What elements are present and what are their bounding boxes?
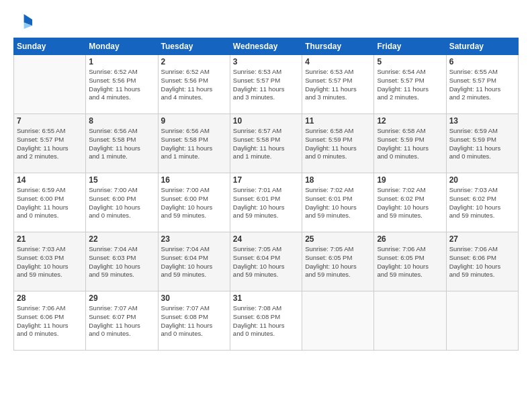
- day-number: 26: [377, 234, 443, 244]
- calendar-cell: 18Sunrise: 7:02 AM Sunset: 6:01 PM Dayli…: [302, 173, 374, 232]
- calendar-week-row: 1Sunrise: 6:52 AM Sunset: 5:56 PM Daylig…: [14, 55, 519, 114]
- cell-info: Sunrise: 7:00 AM Sunset: 6:00 PM Dayligh…: [161, 186, 227, 220]
- cell-info: Sunrise: 6:56 AM Sunset: 5:58 PM Dayligh…: [161, 127, 227, 161]
- day-number: 15: [89, 175, 154, 185]
- calendar-cell: 14Sunrise: 6:59 AM Sunset: 6:00 PM Dayli…: [14, 173, 86, 232]
- logo-icon: [13, 12, 32, 31]
- day-number: 11: [305, 116, 371, 126]
- day-number: 24: [233, 234, 299, 244]
- cell-info: Sunrise: 6:52 AM Sunset: 5:56 PM Dayligh…: [161, 68, 227, 102]
- calendar-cell: 3Sunrise: 6:53 AM Sunset: 5:57 PM Daylig…: [230, 55, 302, 114]
- page: SundayMondayTuesdayWednesdayThursdayFrid…: [0, 0, 532, 411]
- cell-info: Sunrise: 7:06 AM Sunset: 6:06 PM Dayligh…: [17, 304, 83, 338]
- calendar-cell: 2Sunrise: 6:52 AM Sunset: 5:56 PM Daylig…: [158, 55, 230, 114]
- calendar-header-thursday: Thursday: [302, 38, 374, 55]
- calendar-header-friday: Friday: [374, 38, 446, 55]
- cell-info: Sunrise: 7:02 AM Sunset: 6:01 PM Dayligh…: [305, 186, 371, 220]
- day-number: 22: [89, 234, 154, 244]
- day-number: 29: [89, 293, 154, 303]
- cell-info: Sunrise: 7:01 AM Sunset: 6:01 PM Dayligh…: [233, 186, 299, 220]
- cell-info: Sunrise: 6:59 AM Sunset: 6:00 PM Dayligh…: [17, 186, 83, 220]
- day-number: 14: [17, 175, 83, 185]
- calendar-cell: [14, 55, 86, 114]
- calendar-cell: 27Sunrise: 7:06 AM Sunset: 6:06 PM Dayli…: [446, 232, 518, 291]
- cell-info: Sunrise: 7:04 AM Sunset: 6:03 PM Dayligh…: [89, 245, 154, 279]
- calendar-header-monday: Monday: [86, 38, 158, 55]
- calendar-week-row: 7Sunrise: 6:55 AM Sunset: 5:57 PM Daylig…: [14, 114, 519, 173]
- calendar-week-row: 14Sunrise: 6:59 AM Sunset: 6:00 PM Dayli…: [14, 173, 519, 232]
- day-number: 28: [17, 293, 83, 303]
- calendar-cell: 15Sunrise: 7:00 AM Sunset: 6:00 PM Dayli…: [86, 173, 158, 232]
- cell-info: Sunrise: 6:59 AM Sunset: 5:59 PM Dayligh…: [449, 127, 515, 161]
- cell-info: Sunrise: 7:03 AM Sunset: 6:02 PM Dayligh…: [449, 186, 515, 220]
- day-number: 8: [89, 116, 154, 126]
- day-number: 6: [449, 57, 515, 66]
- calendar-cell: 23Sunrise: 7:04 AM Sunset: 6:04 PM Dayli…: [158, 232, 230, 291]
- cell-info: Sunrise: 6:55 AM Sunset: 5:57 PM Dayligh…: [449, 68, 515, 102]
- calendar-cell: 6Sunrise: 6:55 AM Sunset: 5:57 PM Daylig…: [446, 55, 518, 114]
- calendar-header-tuesday: Tuesday: [158, 38, 230, 55]
- calendar-cell: 16Sunrise: 7:00 AM Sunset: 6:00 PM Dayli…: [158, 173, 230, 232]
- calendar-week-row: 21Sunrise: 7:03 AM Sunset: 6:03 PM Dayli…: [14, 232, 519, 291]
- day-number: 16: [161, 175, 227, 185]
- calendar-cell: 4Sunrise: 6:53 AM Sunset: 5:57 PM Daylig…: [302, 55, 374, 114]
- calendar-week-row: 28Sunrise: 7:06 AM Sunset: 6:06 PM Dayli…: [14, 291, 519, 351]
- calendar-cell: 29Sunrise: 7:07 AM Sunset: 6:07 PM Dayli…: [86, 291, 158, 351]
- calendar-cell: 12Sunrise: 6:58 AM Sunset: 5:59 PM Dayli…: [374, 114, 446, 173]
- header: [13, 12, 519, 31]
- day-number: 4: [305, 57, 371, 66]
- calendar-cell: 30Sunrise: 7:07 AM Sunset: 6:08 PM Dayli…: [158, 291, 230, 351]
- calendar-cell: 26Sunrise: 7:06 AM Sunset: 6:05 PM Dayli…: [374, 232, 446, 291]
- calendar-header-wednesday: Wednesday: [230, 38, 302, 55]
- cell-info: Sunrise: 6:54 AM Sunset: 5:57 PM Dayligh…: [377, 68, 443, 102]
- calendar-cell: 20Sunrise: 7:03 AM Sunset: 6:02 PM Dayli…: [446, 173, 518, 232]
- day-number: 17: [233, 175, 299, 185]
- day-number: 19: [377, 175, 443, 185]
- day-number: 27: [449, 234, 515, 244]
- day-number: 7: [17, 116, 83, 126]
- day-number: 13: [449, 116, 515, 126]
- day-number: 3: [233, 57, 299, 66]
- cell-info: Sunrise: 6:56 AM Sunset: 5:58 PM Dayligh…: [89, 127, 154, 161]
- calendar-cell: 24Sunrise: 7:05 AM Sunset: 6:04 PM Dayli…: [230, 232, 302, 291]
- calendar-cell: 5Sunrise: 6:54 AM Sunset: 5:57 PM Daylig…: [374, 55, 446, 114]
- day-number: 30: [161, 293, 227, 303]
- calendar-cell: [446, 291, 518, 351]
- calendar-header-sunday: Sunday: [14, 38, 86, 55]
- day-number: 21: [17, 234, 83, 244]
- cell-info: Sunrise: 6:53 AM Sunset: 5:57 PM Dayligh…: [305, 68, 371, 102]
- day-number: 12: [377, 116, 443, 126]
- cell-info: Sunrise: 6:58 AM Sunset: 5:59 PM Dayligh…: [305, 127, 371, 161]
- cell-info: Sunrise: 6:55 AM Sunset: 5:57 PM Dayligh…: [17, 127, 83, 161]
- calendar-cell: 19Sunrise: 7:02 AM Sunset: 6:02 PM Dayli…: [374, 173, 446, 232]
- cell-info: Sunrise: 6:58 AM Sunset: 5:59 PM Dayligh…: [377, 127, 443, 161]
- day-number: 2: [161, 57, 227, 66]
- cell-info: Sunrise: 7:05 AM Sunset: 6:05 PM Dayligh…: [305, 245, 371, 279]
- day-number: 25: [305, 234, 371, 244]
- day-number: 20: [449, 175, 515, 185]
- calendar-cell: 31Sunrise: 7:08 AM Sunset: 6:08 PM Dayli…: [230, 291, 302, 351]
- day-number: 5: [377, 57, 443, 66]
- calendar-cell: 13Sunrise: 6:59 AM Sunset: 5:59 PM Dayli…: [446, 114, 518, 173]
- cell-info: Sunrise: 6:52 AM Sunset: 5:56 PM Dayligh…: [89, 68, 154, 102]
- calendar: SundayMondayTuesdayWednesdayThursdayFrid…: [13, 38, 519, 351]
- calendar-cell: 25Sunrise: 7:05 AM Sunset: 6:05 PM Dayli…: [302, 232, 374, 291]
- cell-info: Sunrise: 7:04 AM Sunset: 6:04 PM Dayligh…: [161, 245, 227, 279]
- day-number: 18: [305, 175, 371, 185]
- calendar-header-row: SundayMondayTuesdayWednesdayThursdayFrid…: [14, 38, 519, 55]
- logo: [13, 12, 35, 31]
- calendar-header-saturday: Saturday: [446, 38, 518, 55]
- day-number: 31: [233, 293, 299, 303]
- cell-info: Sunrise: 7:00 AM Sunset: 6:00 PM Dayligh…: [89, 186, 154, 220]
- day-number: 1: [89, 57, 154, 66]
- cell-info: Sunrise: 7:06 AM Sunset: 6:05 PM Dayligh…: [377, 245, 443, 279]
- calendar-cell: 9Sunrise: 6:56 AM Sunset: 5:58 PM Daylig…: [158, 114, 230, 173]
- calendar-cell: 11Sunrise: 6:58 AM Sunset: 5:59 PM Dayli…: [302, 114, 374, 173]
- day-number: 10: [233, 116, 299, 126]
- calendar-cell: 1Sunrise: 6:52 AM Sunset: 5:56 PM Daylig…: [86, 55, 158, 114]
- cell-info: Sunrise: 6:57 AM Sunset: 5:58 PM Dayligh…: [233, 127, 299, 161]
- calendar-cell: 10Sunrise: 6:57 AM Sunset: 5:58 PM Dayli…: [230, 114, 302, 173]
- calendar-cell: 17Sunrise: 7:01 AM Sunset: 6:01 PM Dayli…: [230, 173, 302, 232]
- calendar-cell: [302, 291, 374, 351]
- cell-info: Sunrise: 6:53 AM Sunset: 5:57 PM Dayligh…: [233, 68, 299, 102]
